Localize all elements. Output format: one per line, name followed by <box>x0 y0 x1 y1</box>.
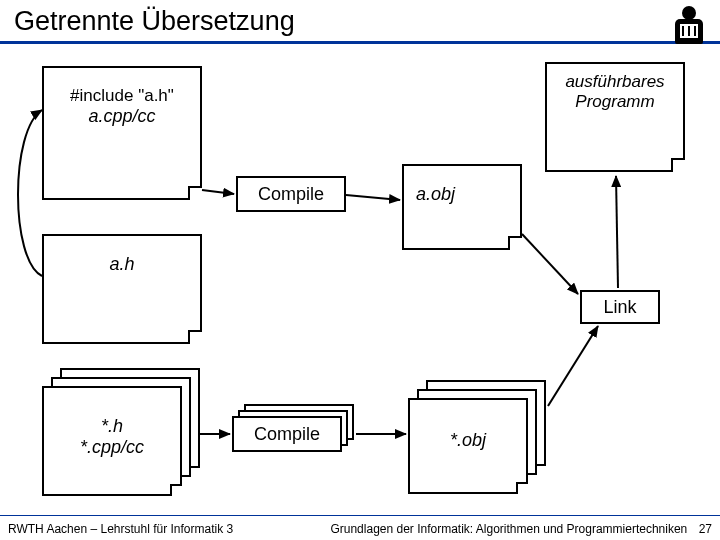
slide: Getrennte Übersetzung #include "a.h" a.c… <box>0 0 720 540</box>
page-title: Getrennte Übersetzung <box>14 6 706 37</box>
svg-line-1 <box>346 195 400 200</box>
title-bar: Getrennte Übersetzung <box>0 0 720 39</box>
doc-executable: ausführbares Programm <box>545 62 685 172</box>
doc-a-src: #include "a.h" a.cpp/cc <box>42 66 202 200</box>
operator-icon <box>672 6 706 46</box>
exe-line1: ausführbares <box>553 72 677 92</box>
footer-left: RWTH Aachen – Lehrstuhl für Informatik 3 <box>8 522 233 536</box>
svg-line-6 <box>616 176 618 288</box>
star-src-line1: *.h <box>44 416 180 437</box>
process-compile-a: Compile <box>236 176 346 212</box>
a-src-line2: a.cpp/cc <box>54 106 190 127</box>
title-rule <box>0 41 720 44</box>
process-link: Link <box>580 290 660 324</box>
svg-line-2 <box>522 234 578 294</box>
doc-a-obj: a.obj <box>402 164 522 250</box>
footer-right: Grundlagen der Informatik: Algorithmen u… <box>330 522 687 536</box>
a-header-label: a.h <box>44 236 200 275</box>
footer: RWTH Aachen – Lehrstuhl für Informatik 3… <box>0 522 720 536</box>
exe-line2: Programm <box>553 92 677 112</box>
svg-line-0 <box>202 190 234 194</box>
a-src-line1: #include "a.h" <box>54 86 190 106</box>
footer-rule <box>0 515 720 516</box>
compile-star-label: Compile <box>254 424 320 445</box>
process-compile-star: Compile <box>232 404 356 458</box>
link-label: Link <box>603 297 636 318</box>
doc-a-header: a.h <box>42 234 202 344</box>
star-src-line2: *.cpp/cc <box>44 437 180 458</box>
compile-a-label: Compile <box>258 184 324 205</box>
svg-line-5 <box>548 326 598 406</box>
star-obj-label: *.obj <box>410 400 526 451</box>
a-obj-label: a.obj <box>404 166 520 205</box>
doc-star-src-stack: *.h *.cpp/cc <box>42 368 200 496</box>
page-number: 27 <box>699 522 712 536</box>
doc-star-obj-stack: *.obj <box>408 380 548 496</box>
